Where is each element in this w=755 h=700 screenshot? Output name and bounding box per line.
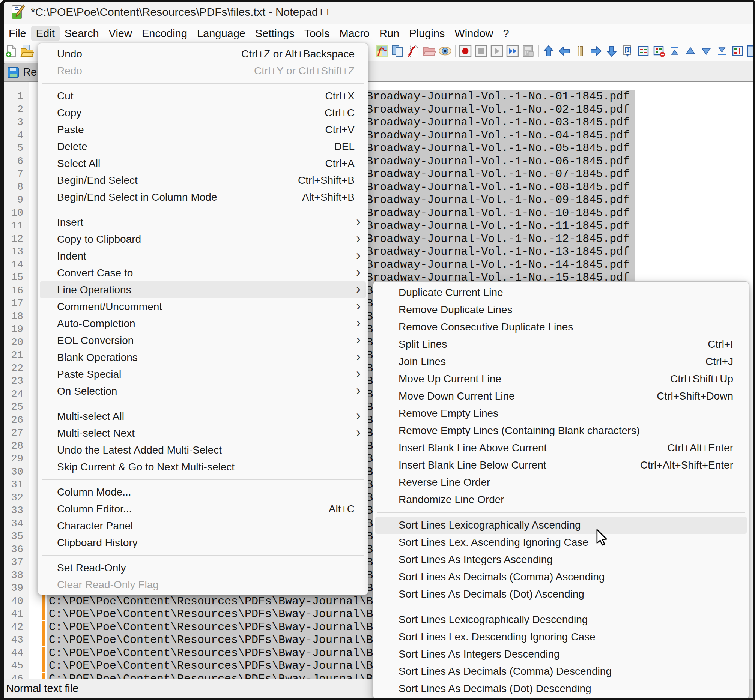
menu-item-sort-lines-as-integers-descending[interactable]: Sort Lines As Integers Descending [375, 645, 747, 663]
menubar-item-tools[interactable]: Tools [299, 26, 335, 41]
menu-item-set-read-only[interactable]: Set Read-Only [40, 559, 366, 576]
menu-item-begin-end-select-in-column-mode[interactable]: Begin/End Select in Column ModeAlt+Shift… [40, 189, 366, 206]
menubar-item-encoding[interactable]: Encoding [137, 26, 192, 41]
menu-item-clear-read-only-flag[interactable]: Clear Read-Only Flag [40, 576, 366, 593]
menubar-item-search[interactable]: Search [59, 26, 104, 41]
menu-item-multi-select-next[interactable]: Multi-select Next› [40, 425, 366, 442]
line-number: 38 [0, 569, 23, 582]
menu-item-auto-completion[interactable]: Auto-Completion› [40, 315, 366, 332]
menu-item-comment-uncomment[interactable]: Comment/Uncomment› [40, 298, 366, 315]
menu-item-character-panel[interactable]: Character Panel [40, 517, 366, 534]
menu-item-on-selection[interactable]: On Selection› [40, 383, 366, 400]
line-number: 18 [0, 310, 23, 323]
prev-mark-icon[interactable] [684, 44, 697, 58]
menu-item-undo[interactable]: UndoCtrl+Z or Alt+Backspace [40, 45, 366, 62]
menu-item-split-lines[interactable]: Split LinesCtrl+I [375, 336, 747, 353]
menu-item-insert[interactable]: Insert› [40, 214, 366, 231]
menu-item-duplicate-current-line[interactable]: Duplicate Current Line [375, 284, 747, 301]
nav-down-icon[interactable] [605, 44, 618, 58]
menu-item-sort-lines-lexicographically-ascending[interactable]: Sort Lines Lexicographically Ascending [375, 517, 747, 534]
menu-item-sort-lines-as-decimals-comma-ascending[interactable]: Sort Lines As Decimals (Comma) Ascending [375, 568, 747, 586]
menu-item-convert-case-to[interactable]: Convert Case to› [40, 264, 366, 281]
menu-item-indent[interactable]: Indent› [40, 248, 366, 264]
menu-item-select-all[interactable]: Select AllCtrl+A [40, 155, 366, 172]
menubar-item-run[interactable]: Run [375, 26, 404, 41]
menu-item-remove-empty-lines-containing-blank-characters[interactable]: Remove Empty Lines (Containing Blank cha… [375, 422, 747, 439]
edge-clipped-icon[interactable] [747, 44, 755, 58]
menu-item-reverse-line-order[interactable]: Reverse Line Order [375, 474, 747, 491]
menu-item-move-down-current-line[interactable]: Move Down Current LineCtrl+Shift+Down [375, 388, 747, 405]
line-number: 40 [0, 595, 23, 608]
menu-item-move-up-current-line[interactable]: Move Up Current LineCtrl+Shift+Up [375, 370, 747, 388]
doc-map-icon[interactable] [375, 44, 389, 58]
menu-item-delete[interactable]: DeleteDEL [40, 138, 366, 155]
menu-item-blank-operations[interactable]: Blank Operations› [40, 349, 366, 366]
menu-item-remove-consecutive-duplicate-lines[interactable]: Remove Consecutive Duplicate Lines [375, 319, 747, 336]
folder-workspace-icon[interactable] [422, 44, 436, 58]
menubar-item-language[interactable]: Language [192, 26, 250, 41]
menu-item-redo[interactable]: RedoCtrl+Y or Ctrl+Shift+Z [40, 62, 366, 79]
menubar-item-settings[interactable]: Settings [250, 26, 299, 41]
menu-item-copy-to-clipboard[interactable]: Copy to Clipboard› [40, 231, 366, 248]
menu-item-label: Column Editor... [57, 503, 132, 515]
menu-item-sort-lines-as-decimals-dot-descending[interactable]: Sort Lines As Decimals (Dot) Descending [375, 680, 747, 697]
menubar-item-help[interactable]: ? [498, 26, 514, 41]
menubar-item-plugins[interactable]: Plugins [404, 26, 450, 41]
stop-macro-icon[interactable] [474, 44, 488, 58]
menubar-item-edit[interactable]: Edit [31, 26, 59, 41]
menu-item-line-operations[interactable]: Line Operations› [40, 281, 366, 298]
menu-item-join-lines[interactable]: Join LinesCtrl+J [375, 353, 747, 370]
menu-item-cut[interactable]: CutCtrl+X [40, 88, 366, 104]
doc-switcher-icon[interactable] [391, 44, 405, 58]
menubar-item-macro[interactable]: Macro [335, 26, 375, 41]
menu-item-paste[interactable]: PasteCtrl+V [40, 121, 366, 138]
menu-item-label: Sort Lines Lex. Descending Ignoring Case [399, 631, 596, 643]
nav-forward-icon[interactable] [589, 44, 603, 58]
menu-item-begin-end-select[interactable]: Begin/End SelectCtrl+Shift+B [40, 172, 366, 189]
first-mark-icon[interactable]: 1 [621, 44, 634, 58]
run-macro-multiple-icon[interactable] [506, 44, 519, 58]
monitoring-icon[interactable] [438, 44, 452, 58]
menu-item-label: Sort Lines Lexicographically Descending [399, 614, 588, 626]
menu-item-sort-lines-as-decimals-dot-ascending[interactable]: Sort Lines As Decimals (Dot) Ascending [375, 586, 747, 603]
menu-item-multi-select-all[interactable]: Multi-select All› [40, 408, 366, 425]
menu-item-eol-conversion[interactable]: EOL Conversion› [40, 332, 366, 349]
menubar-item-window[interactable]: Window [450, 26, 498, 41]
nav-up-icon[interactable] [542, 44, 555, 58]
record-macro-icon[interactable] [458, 44, 472, 58]
menu-item-insert-blank-line-above-current[interactable]: Insert Blank Line Above CurrentCtrl+Alt+… [375, 439, 747, 456]
mark-list-icon[interactable] [731, 44, 744, 58]
menu-item-remove-duplicate-lines[interactable]: Remove Duplicate Lines [375, 301, 747, 319]
next-mark-icon[interactable] [699, 44, 713, 58]
menu-item-skip-current-go-to-next-multi-select[interactable]: Skip Current & Go to Next Multi-select [40, 458, 366, 475]
menu-item-column-editor[interactable]: Column Editor...Alt+C [40, 500, 366, 517]
menubar-item-view[interactable]: View [104, 26, 137, 41]
fold-top-icon[interactable] [668, 44, 682, 58]
save-macro-icon[interactable] [522, 44, 535, 58]
function-list-icon[interactable] [407, 44, 420, 58]
play-macro-icon[interactable] [490, 44, 503, 58]
new-file-icon[interactable] [5, 44, 18, 58]
menu-item-sort-lines-as-integers-ascending[interactable]: Sort Lines As Integers Ascending [375, 551, 747, 568]
menu-item-column-mode[interactable]: Column Mode... [40, 484, 366, 500]
menubar-item-file[interactable]: File [4, 26, 31, 41]
menu-item-sort-lines-lex-ascending-ignoring-case[interactable]: Sort Lines Lex. Ascending Ignoring Case [375, 534, 747, 551]
menu-item-copy[interactable]: CopyCtrl+C [40, 104, 366, 121]
menu-item-insert-blank-line-below-current[interactable]: Insert Blank Line Below CurrentCtrl+Alt+… [375, 456, 747, 474]
menu-item-undo-the-latest-added-multi-select[interactable]: Undo the Latest Added Multi-Select [40, 442, 366, 458]
menu-item-randomize-line-order[interactable]: Randomize Line Order [375, 491, 747, 508]
menu-item-clipboard-history[interactable]: Clipboard History [40, 534, 366, 551]
nav-back-icon[interactable] [558, 44, 571, 58]
bookmark-book-icon[interactable] [574, 44, 587, 58]
menu-item-label: Remove Consecutive Duplicate Lines [399, 321, 573, 333]
clear-bookmarks-icon[interactable] [652, 44, 666, 58]
fold-bottom-icon[interactable] [715, 44, 729, 58]
menu-item-remove-empty-lines[interactable]: Remove Empty Lines [375, 405, 747, 422]
menu-item-sort-lines-as-decimals-comma-descending[interactable]: Sort Lines As Decimals (Comma) Descendin… [375, 663, 747, 680]
bookmark-list-icon[interactable] [636, 44, 650, 58]
tab-label: Re [23, 66, 37, 78]
menu-item-paste-special[interactable]: Paste Special› [40, 366, 366, 383]
menu-item-sort-lines-lex-descending-ignoring-case[interactable]: Sort Lines Lex. Descending Ignoring Case [375, 628, 747, 645]
menu-item-sort-lines-lexicographically-descending[interactable]: Sort Lines Lexicographically Descending [375, 611, 747, 628]
open-folder-icon[interactable] [20, 44, 34, 58]
